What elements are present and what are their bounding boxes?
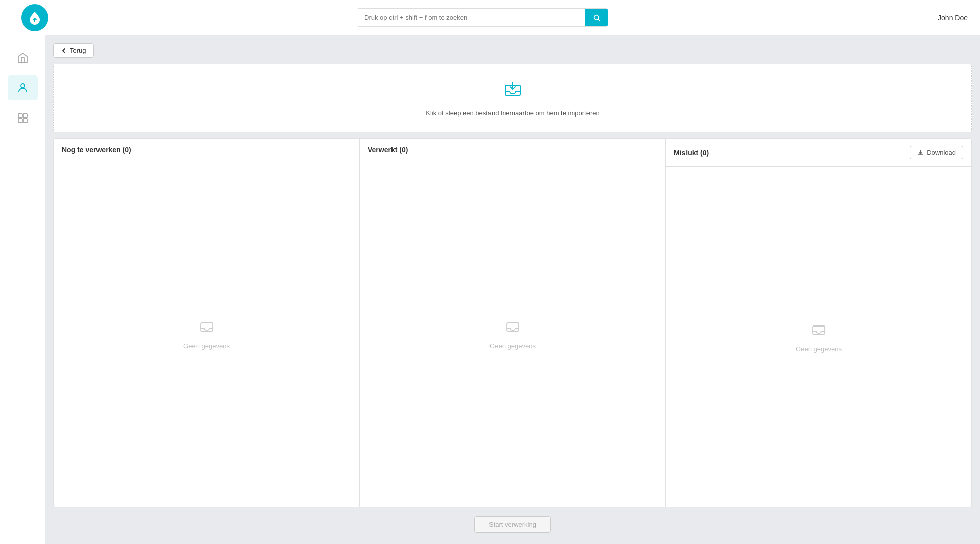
drop-zone[interactable]: Klik of sleep een bestand hiernaartoe om… [53,64,972,132]
start-verwerking-button[interactable]: Start verwerking [474,516,551,533]
sidebar-item-grid[interactable] [8,105,38,131]
download-button-label: Download [927,149,956,156]
column-verwerkt-title: Verwerkt (0) [368,146,408,154]
empty-inbox-icon-1 [199,318,214,337]
svg-rect-6 [23,119,27,123]
download-button[interactable]: Download [910,146,963,159]
column-verwerkt-body: Geen gegevens [360,161,665,507]
column-mislukt-body: Geen gegevens [666,167,971,507]
column-mislukt-title: Mislukt (0) [674,149,709,157]
empty-text-2: Geen gegevens [489,342,536,350]
svg-line-1 [598,19,600,21]
column-nog-te-verwerken-title: Nog te verwerken (0) [62,146,131,154]
svg-rect-3 [18,114,22,118]
header: John Doe [0,0,980,35]
empty-inbox-icon-2 [505,318,520,337]
search-area [57,8,908,27]
column-nog-te-verwerken-body: Geen gegevens [54,161,359,507]
column-nog-te-verwerken-header: Nog te verwerken (0) [54,139,359,161]
column-nog-te-verwerken: Nog te verwerken (0) Geen gegevens [54,139,360,507]
empty-inbox-icon-3 [811,321,826,340]
svg-rect-4 [23,114,27,118]
columns-row: Nog te verwerken (0) Geen gegevens Verwe… [53,138,972,507]
column-verwerkt-header: Verwerkt (0) [360,139,665,161]
logo-icon [21,4,48,31]
svg-point-2 [21,84,25,88]
column-mislukt: Mislukt (0) Download [666,139,971,507]
svg-point-0 [594,15,599,19]
sidebar [0,35,45,544]
empty-text-3: Geen gegevens [796,345,842,353]
empty-text-1: Geen gegevens [183,342,230,350]
search-wrapper [357,8,608,27]
sidebar-item-person[interactable] [8,75,38,100]
start-button-row: Start verwerking [53,513,972,536]
logo-area [12,4,57,31]
content-area: Terug Klik of sleep een bestand hiernaar… [45,35,980,544]
search-button[interactable] [585,9,608,26]
inbox-icon [503,79,522,103]
back-button-label: Terug [70,47,86,54]
column-mislukt-header: Mislukt (0) Download [666,139,971,167]
drop-zone-text: Klik of sleep een bestand hiernaartoe om… [426,109,599,117]
main-layout: Terug Klik of sleep een bestand hiernaar… [0,35,980,544]
user-name: John Doe [908,14,968,22]
sidebar-item-home[interactable] [8,45,38,70]
search-input[interactable] [357,9,585,26]
svg-rect-5 [18,119,22,123]
column-verwerkt: Verwerkt (0) Geen gegevens [360,139,666,507]
back-button[interactable]: Terug [53,43,94,58]
